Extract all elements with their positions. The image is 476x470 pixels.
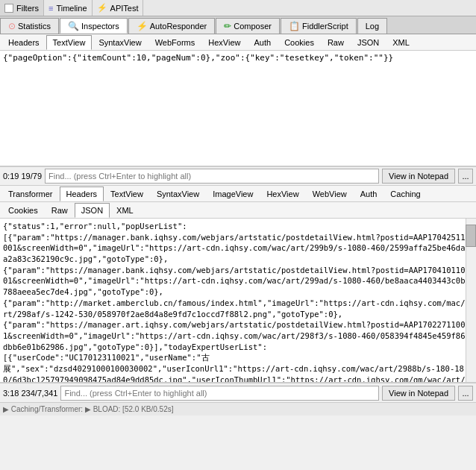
sub-tab-transformer[interactable]: Transformer xyxy=(1,187,60,201)
timeline-section[interactable]: ≡ Timeline xyxy=(44,0,93,16)
filters-label: Filters xyxy=(16,4,39,13)
sub-tab-bottom-syntaxview[interactable]: SyntaxView xyxy=(150,187,206,201)
filters-checkbox[interactable] xyxy=(4,4,13,13)
composer-label: Composer xyxy=(234,22,272,31)
composer-icon: ✏ xyxy=(224,21,231,31)
top-toolbar: Filters ≡ Timeline ⚡ APITest xyxy=(0,0,476,16)
autoresponder-icon: ⚡ xyxy=(137,21,148,31)
autoresponder-label: AutoResponder xyxy=(150,22,207,31)
top-content-text[interactable]: {"pageOption":{"itemCount":10,"pageNum":… xyxy=(3,53,473,63)
sub-tab-raw[interactable]: Raw xyxy=(321,35,351,50)
tab-fiddlerscript[interactable]: 📋 FiddlerScript xyxy=(281,18,357,34)
sub-tab-row-bottom: Cookies Raw JSON XML xyxy=(0,202,476,219)
sub-tab-xml[interactable]: XML xyxy=(386,35,416,50)
inspectors-label: Inspectors xyxy=(81,22,119,31)
filters-section[interactable]: Filters xyxy=(0,0,44,16)
top-find-input[interactable] xyxy=(45,169,379,184)
sub-tab-bottom-headers[interactable]: Headers xyxy=(60,187,104,201)
sub-tab-webview[interactable]: WebView xyxy=(306,187,354,201)
bottom-content-area: {"status":1,"error":null,"popUserList": … xyxy=(0,219,476,383)
sub-tab-webforms[interactable]: WebForms xyxy=(148,35,202,50)
tab-log[interactable]: Log xyxy=(357,18,387,34)
sub-tab-bottom-xml[interactable]: XML xyxy=(110,203,140,218)
sub-tab-bottom-raw[interactable]: Raw xyxy=(45,203,75,218)
statistics-icon: ⊙ xyxy=(8,21,16,31)
bottom-more-button[interactable]: ... xyxy=(458,386,473,401)
bottom-find-input[interactable] xyxy=(60,386,379,401)
scrollbar-thumb[interactable] xyxy=(466,225,476,247)
fiddlerscript-icon: 📋 xyxy=(289,21,300,31)
timeline-label: Timeline xyxy=(56,4,87,13)
apitest-section[interactable]: ⚡ APITest xyxy=(93,0,144,16)
sub-tab-syntaxview[interactable]: SyntaxView xyxy=(92,35,148,50)
tab-composer[interactable]: ✏ Composer xyxy=(216,18,280,34)
sub-tab-auth[interactable]: Auth xyxy=(248,35,278,50)
log-label: Log xyxy=(366,22,379,31)
main-tab-row: ⊙ Statistics 🔍 Inspectors ⚡ AutoResponde… xyxy=(0,16,476,34)
tab-statistics[interactable]: ⊙ Statistics xyxy=(0,18,59,34)
top-position: 0:19 19/79 xyxy=(3,172,42,181)
sub-tab-headers[interactable]: Headers xyxy=(1,35,46,50)
sub-tab-cookies[interactable]: Cookies xyxy=(278,35,321,50)
top-content-area: {"pageOption":{"itemCount":10,"pageNum":… xyxy=(0,51,476,166)
sub-tab-json[interactable]: JSON xyxy=(351,35,386,50)
apitest-icon: ⚡ xyxy=(97,3,107,13)
statistics-label: Statistics xyxy=(18,22,51,31)
top-view-notepad-button[interactable]: View in Notepad xyxy=(382,169,455,184)
bottom-position: 3:18 234/7,341 xyxy=(3,389,57,398)
fiddlerscript-label: FiddlerScript xyxy=(302,22,348,31)
bottom-content-text[interactable]: {"status":1,"error":null,"popUserList": … xyxy=(3,221,473,383)
sub-tab-imageview[interactable]: ImageView xyxy=(206,187,260,201)
sub-tab-bottom-auth[interactable]: Auth xyxy=(354,187,384,201)
timeline-icon: ≡ xyxy=(48,4,53,13)
bottom-view-notepad-button[interactable]: View in Notepad xyxy=(382,386,455,401)
apitest-label: APITest xyxy=(110,4,139,13)
sub-tab-caching[interactable]: Caching xyxy=(383,187,427,201)
inspectors-icon: 🔍 xyxy=(68,21,79,31)
sub-tab-bottom-json[interactable]: JSON xyxy=(75,203,110,218)
top-status-bar: 0:19 19/79 View in Notepad ... xyxy=(0,166,476,186)
sub-tab-hexview[interactable]: HexView xyxy=(201,35,247,50)
footer-text: ▶ Caching/Transformer: ▶ BLOAD: [52.0 KB… xyxy=(3,405,174,413)
transformer-tab-row: Transformer Headers TextView SyntaxView … xyxy=(0,186,476,202)
sub-tab-bottom-textview[interactable]: TextView xyxy=(104,187,150,201)
sub-tab-bottom-hexview[interactable]: HexView xyxy=(260,187,305,201)
top-more-button[interactable]: ... xyxy=(458,169,473,184)
sub-tab-bottom-cookies[interactable]: Cookies xyxy=(1,203,45,218)
bottom-status-bar: 3:18 234/7,341 View in Notepad ... xyxy=(0,383,476,402)
tab-autoresponder[interactable]: ⚡ AutoResponder xyxy=(128,18,215,34)
footer-hint: ▶ Caching/Transformer: ▶ BLOAD: [52.0 KB… xyxy=(0,402,476,416)
sub-tab-textview[interactable]: TextView xyxy=(46,35,93,50)
scrollbar-track[interactable] xyxy=(466,219,476,382)
sub-tab-row-top: Headers TextView SyntaxView WebForms Hex… xyxy=(0,34,476,51)
tab-inspectors[interactable]: 🔍 Inspectors xyxy=(60,18,128,34)
